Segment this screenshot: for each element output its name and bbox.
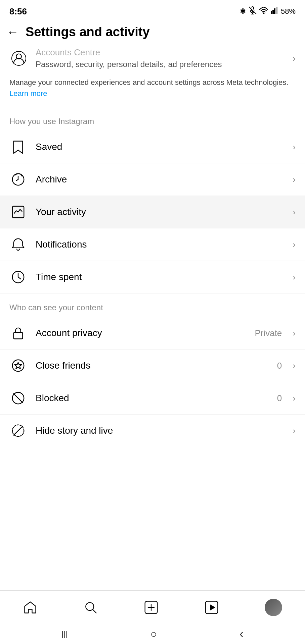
account-privacy-label: Account privacy <box>36 328 246 338</box>
bluetooth-icon: ✱ <box>240 7 246 16</box>
status-icons: ✱ <box>240 6 296 16</box>
menu-item-hide-story[interactable]: Hide story and live › <box>0 415 305 447</box>
bottom-nav <box>0 590 305 624</box>
mute-icon <box>249 6 257 16</box>
profile-avatar <box>265 599 282 616</box>
hide-story-icon <box>9 422 27 439</box>
nav-home[interactable] <box>19 597 41 618</box>
svg-line-20 <box>14 426 23 435</box>
time-spent-label: Time spent <box>36 272 284 282</box>
nav-search[interactable] <box>80 597 101 618</box>
svg-point-15 <box>12 360 24 372</box>
archive-chevron: › <box>293 174 296 185</box>
accounts-centre-item[interactable]: Accounts Centre Password, security, pers… <box>9 44 296 73</box>
back-button[interactable]: ← <box>7 25 19 39</box>
svg-rect-8 <box>277 7 278 14</box>
section-header-how-you-use: How you use Instagram <box>0 107 305 131</box>
close-friends-chevron: › <box>293 361 296 371</box>
system-nav-recents[interactable]: ||| <box>61 629 68 639</box>
svg-rect-7 <box>276 7 277 14</box>
signal-icon <box>271 7 278 16</box>
learn-more-link[interactable]: Learn more <box>9 89 47 98</box>
accounts-centre-subtitle: Password, security, personal details, ad… <box>36 59 285 69</box>
meta-description: Manage your connected experiences and ac… <box>9 77 296 99</box>
svg-rect-14 <box>14 332 23 339</box>
notifications-chevron: › <box>293 239 296 250</box>
blocked-value: 0 <box>277 393 282 404</box>
menu-item-time-spent[interactable]: Time spent › <box>0 261 305 293</box>
lock-icon <box>9 324 27 342</box>
accounts-centre-chevron: › <box>293 53 296 64</box>
account-privacy-value: Private <box>255 328 282 338</box>
svg-rect-4 <box>271 11 272 14</box>
header: ← Settings and activity <box>0 20 305 44</box>
notifications-label: Notifications <box>36 239 284 250</box>
clock-icon <box>9 268 27 286</box>
your-activity-chevron: › <box>293 207 296 217</box>
account-privacy-chevron: › <box>293 328 296 338</box>
svg-line-18 <box>14 394 23 403</box>
blocked-label: Blocked <box>36 393 268 404</box>
blocked-chevron: › <box>293 393 296 404</box>
section-header-who-can-see: Who can see your content <box>0 293 305 317</box>
svg-marker-16 <box>14 363 21 369</box>
menu-item-blocked[interactable]: Blocked 0 › <box>0 382 305 415</box>
menu-item-notifications[interactable]: Notifications › <box>0 228 305 261</box>
system-nav-home[interactable]: ○ <box>150 628 157 640</box>
wifi-icon <box>259 7 268 16</box>
hide-story-chevron: › <box>293 426 296 436</box>
menu-item-close-friends[interactable]: Close friends 0 › <box>0 350 305 382</box>
saved-chevron: › <box>293 142 296 152</box>
menu-item-saved[interactable]: Saved › <box>0 131 305 163</box>
bell-icon <box>9 236 27 253</box>
saved-label: Saved <box>36 142 284 152</box>
accounts-centre-section: Accounts Centre Password, security, pers… <box>0 44 305 107</box>
menu-item-archive[interactable]: Archive › <box>0 163 305 196</box>
your-activity-label: Your activity <box>36 207 284 217</box>
nav-reels[interactable] <box>201 597 222 618</box>
nav-create[interactable] <box>140 597 162 618</box>
battery-status: 58% <box>281 7 296 16</box>
star-circle-icon <box>9 357 27 374</box>
status-time: 8:56 <box>9 6 27 17</box>
nav-profile[interactable] <box>261 595 286 620</box>
close-friends-label: Close friends <box>36 360 268 371</box>
page-title: Settings and activity <box>26 25 150 39</box>
svg-rect-5 <box>272 10 274 14</box>
svg-point-21 <box>86 602 94 610</box>
svg-line-22 <box>93 609 96 613</box>
close-friends-value: 0 <box>277 361 282 371</box>
blocked-icon <box>9 389 27 407</box>
accounts-centre-text: Accounts Centre Password, security, pers… <box>36 47 285 69</box>
svg-marker-27 <box>210 605 215 610</box>
menu-item-your-activity[interactable]: Your activity › <box>0 196 305 228</box>
bookmark-icon <box>9 138 27 156</box>
system-nav: ||| ○ ‹ <box>0 624 305 644</box>
menu-item-account-privacy[interactable]: Account privacy Private › <box>0 317 305 350</box>
accounts-centre-title: Accounts Centre <box>36 47 285 58</box>
accounts-centre-icon <box>9 49 28 68</box>
archive-icon <box>9 171 27 188</box>
svg-point-3 <box>263 13 264 14</box>
time-spent-chevron: › <box>293 272 296 282</box>
archive-label: Archive <box>36 174 284 185</box>
activity-icon <box>9 203 27 221</box>
hide-story-label: Hide story and live <box>36 425 284 436</box>
svg-rect-6 <box>274 8 275 14</box>
status-bar: 8:56 ✱ <box>0 0 305 20</box>
system-nav-back[interactable]: ‹ <box>239 627 244 641</box>
